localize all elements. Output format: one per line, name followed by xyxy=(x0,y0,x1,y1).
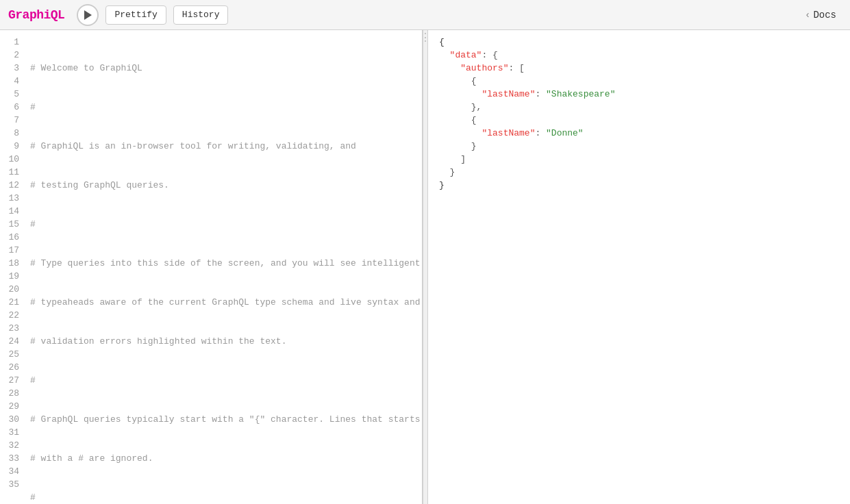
editor-pane[interactable]: 12345 678910 1112131415 1617181920 21222… xyxy=(0,30,423,504)
play-icon xyxy=(84,10,92,20)
code-editor: 12345 678910 1112131415 1617181920 21222… xyxy=(0,30,422,504)
pane-splitter[interactable]: ⋮ xyxy=(423,30,428,504)
header: GraphiQL Prettify History ‹ Docs xyxy=(0,0,850,30)
docs-label: Docs xyxy=(813,10,836,21)
line-numbers: 12345 678910 1112131415 1617181920 21222… xyxy=(0,36,25,504)
history-button[interactable]: History xyxy=(173,5,229,25)
prettify-button[interactable]: Prettify xyxy=(105,5,166,25)
svg-marker-0 xyxy=(84,10,92,20)
docs-button[interactable]: ‹ Docs xyxy=(799,7,842,23)
main-area: 12345 678910 1112131415 1617181920 21222… xyxy=(0,30,850,504)
chevron-left-icon: ‹ xyxy=(805,10,810,21)
editor-code-content[interactable]: # Welcome to GraphiQL # # GraphiQL is an… xyxy=(25,36,423,504)
result-content: { "data": { "authors": [ { "lastName": "… xyxy=(428,36,850,192)
run-button[interactable] xyxy=(77,4,99,26)
result-pane: { "data": { "authors": [ { "lastName": "… xyxy=(428,30,850,504)
graphiql-logo: GraphiQL xyxy=(8,8,64,22)
